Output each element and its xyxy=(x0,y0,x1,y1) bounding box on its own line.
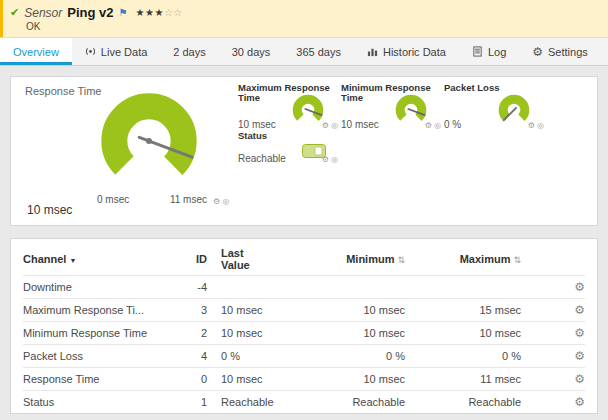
gauge-pin-icon[interactable]: ◎ xyxy=(537,121,544,130)
channel-name[interactable]: Maximum Response Ti... xyxy=(23,304,173,316)
sort-both-icon: ⇅ xyxy=(397,255,405,265)
response-time-gauge xyxy=(97,89,201,193)
table-row-minimum-response-time[interactable]: Minimum Response Time 2 10 msec 10 msec … xyxy=(23,321,585,344)
channel-last-value: 0 % xyxy=(211,350,309,362)
channel-maximum: 0 % xyxy=(407,350,523,362)
channel-settings-icon[interactable]: ⚙ xyxy=(574,372,585,386)
priority-stars[interactable]: ★★★☆☆ xyxy=(135,7,182,18)
table-row-response-time[interactable]: Response Time 0 10 msec 10 msec 11 msec … xyxy=(23,367,585,390)
channel-settings-icon[interactable]: ⚙ xyxy=(574,349,585,363)
channel-settings-icon[interactable]: ⚙ xyxy=(574,280,585,294)
channel-id: 2 xyxy=(173,327,211,339)
sensor-status-text: OK xyxy=(26,21,598,32)
gauge-pin-icon[interactable]: ◎ xyxy=(331,121,338,130)
tab-2-days[interactable]: 2 days xyxy=(160,38,218,65)
tab-historic-data[interactable]: Historic Data xyxy=(354,38,459,65)
tab-log[interactable]: Log xyxy=(459,38,519,65)
mini-gauge-value: 0 % xyxy=(444,119,461,130)
column-header-maximum-label: Maximum xyxy=(460,253,511,265)
gauge-max-label: 11 msec xyxy=(170,194,207,205)
ok-check-icon: ✔ xyxy=(10,6,19,19)
column-header-id[interactable]: ID xyxy=(173,253,211,265)
channel-last-value: 10 msec xyxy=(211,304,309,316)
channel-last-value: 10 msec xyxy=(211,373,309,385)
channel-last-value: Reachable xyxy=(211,396,309,408)
channel-minimum: 10 msec xyxy=(309,304,407,316)
object-kind-label: Sensor xyxy=(24,6,62,20)
channel-id: 3 xyxy=(173,304,211,316)
channel-maximum: Reachable xyxy=(407,396,523,408)
channel-settings-icon[interactable]: ⚙ xyxy=(574,326,585,340)
gauge-settings-icon[interactable]: ⚙ xyxy=(425,121,432,130)
gauge-scale-labels: 0 msec 11 msec xyxy=(97,194,207,205)
channel-maximum: 11 msec xyxy=(407,373,523,385)
channel-maximum: 10 msec xyxy=(407,327,523,339)
response-time-value: 10 msec xyxy=(27,203,72,217)
tab-log-label: Log xyxy=(488,46,506,58)
gauge-pin-icon[interactable]: ◎ xyxy=(331,155,338,164)
channel-name[interactable]: Status xyxy=(23,396,173,408)
channel-name[interactable]: Packet Loss xyxy=(23,350,173,362)
channel-settings-icon[interactable]: ⚙ xyxy=(574,303,585,317)
tab-live-data-label: Live Data xyxy=(101,46,147,58)
mini-gauge-maximum-response-time: Maximum Response Time 10 msec ⚙◎ xyxy=(238,83,338,129)
gauge-pin-icon[interactable]: ◎ xyxy=(222,197,229,206)
tab-2-days-label: 2 days xyxy=(173,46,205,58)
column-header-last-value[interactable]: Last Value xyxy=(211,247,309,271)
tab-365-days-label: 365 days xyxy=(296,46,341,58)
tab-30-days[interactable]: 30 days xyxy=(219,38,284,65)
gauge-settings-icon[interactable]: ⚙ xyxy=(213,197,220,206)
channel-id: 0 xyxy=(173,373,211,385)
tab-365-days[interactable]: 365 days xyxy=(283,38,354,65)
gauge-settings-icon[interactable]: ⚙ xyxy=(322,155,329,164)
table-row-packet-loss[interactable]: Packet Loss 4 0 % 0 % 0 % ⚙ xyxy=(23,344,585,367)
table-row-downtime[interactable]: Downtime -4 ⚙ xyxy=(23,275,585,298)
column-header-channel[interactable]: Channel▼ xyxy=(23,253,173,265)
tab-overview-label: Overview xyxy=(13,46,59,58)
primary-channel-label: Response Time xyxy=(25,85,101,97)
log-icon xyxy=(472,46,483,57)
tab-settings[interactable]: ⚙ Settings xyxy=(519,38,601,65)
sensor-title: Ping v2 xyxy=(67,5,113,20)
sort-desc-icon: ▼ xyxy=(69,257,76,264)
channel-name[interactable]: Response Time xyxy=(23,373,173,385)
column-header-minimum-label: Minimum xyxy=(346,253,394,265)
bar-chart-icon xyxy=(367,46,378,57)
gauge-settings-icon[interactable]: ⚙ xyxy=(322,121,329,130)
column-header-maximum[interactable]: Maximum⇅ xyxy=(407,253,523,265)
tab-30-days-label: 30 days xyxy=(232,46,271,58)
status-value: Reachable xyxy=(238,153,286,164)
gauge-pin-icon[interactable]: ◎ xyxy=(434,121,441,130)
flag-icon[interactable]: ⚑ xyxy=(119,7,128,18)
gauge-icons: ⚙◎ xyxy=(211,194,229,206)
mini-gauge-value: 10 msec xyxy=(238,119,276,130)
column-header-channel-label: Channel xyxy=(23,253,66,265)
gauge-settings-icon[interactable]: ⚙ xyxy=(528,121,535,130)
tab-live-data[interactable]: Live Data xyxy=(72,38,160,65)
tab-overview[interactable]: Overview xyxy=(0,38,72,65)
table-row-status[interactable]: Status 1 Reachable Reachable Reachable ⚙ xyxy=(23,390,585,413)
live-data-icon xyxy=(85,46,96,57)
channel-settings-icon[interactable]: ⚙ xyxy=(574,395,585,409)
channel-minimum: 10 msec xyxy=(309,327,407,339)
table-row-maximum-response-time[interactable]: Maximum Response Ti... 3 10 msec 10 msec… xyxy=(23,298,585,321)
sensor-header-row: ✔ Sensor Ping v2 ⚑ ★★★☆☆ xyxy=(10,5,598,20)
gear-icon: ⚙ xyxy=(532,46,543,58)
channel-name[interactable]: Minimum Response Time xyxy=(23,327,173,339)
status-title: Status xyxy=(238,131,338,141)
sensor-tab-bar: Overview Live Data 2 days 30 days 365 da… xyxy=(0,38,608,66)
status-channel-block: Status Reachable ⚙◎ xyxy=(238,131,338,177)
channel-last-value: 10 msec xyxy=(211,327,309,339)
stars-filled: ★★★ xyxy=(135,7,163,18)
mini-gauge-value: 10 msec xyxy=(341,119,379,130)
channel-table-header: Channel▼ ID Last Value Minimum⇅ Maximum⇅ xyxy=(23,243,585,275)
mini-gauge-minimum-response-time: Minimum Response Time 10 msec ⚙◎ xyxy=(341,83,441,129)
sensor-header: ✔ Sensor Ping v2 ⚑ ★★★☆☆ OK xyxy=(0,0,608,38)
channel-id: 1 xyxy=(173,396,211,408)
column-header-last-value-label: Last Value xyxy=(221,247,255,271)
channel-minimum: 10 msec xyxy=(309,373,407,385)
channel-name[interactable]: Downtime xyxy=(23,281,173,293)
tab-historic-data-label: Historic Data xyxy=(383,46,446,58)
column-header-minimum[interactable]: Minimum⇅ xyxy=(309,253,407,265)
channel-minimum: 0 % xyxy=(309,350,407,362)
